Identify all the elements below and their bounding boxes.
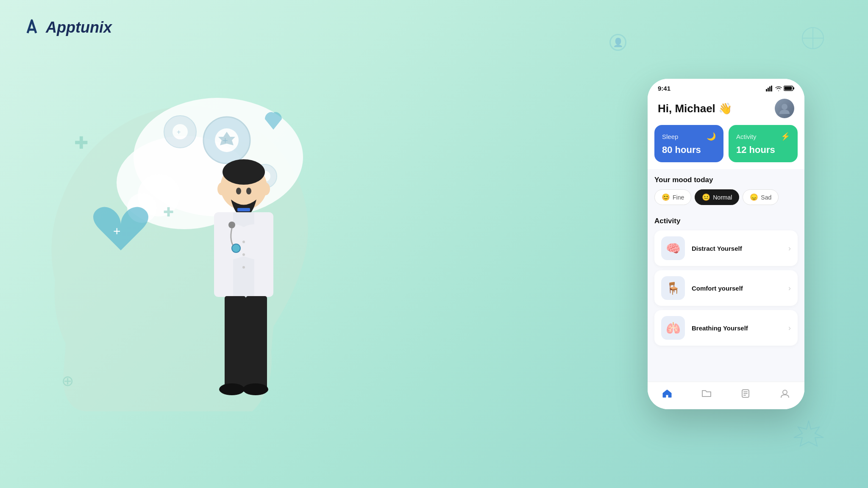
- svg-text:⊕: ⊕: [61, 372, 74, 389]
- activity-card-breathing[interactable]: 🫁 Breathing Yourself ›: [654, 310, 798, 346]
- logo-icon: [21, 17, 42, 38]
- status-bar: 9:41: [648, 79, 804, 95]
- svg-point-17: [223, 159, 265, 185]
- folder-icon: [701, 389, 712, 401]
- nav-home[interactable]: [648, 387, 687, 402]
- activity-icon: ⚡: [781, 132, 790, 141]
- svg-text:+: +: [223, 135, 228, 146]
- svg-rect-40: [771, 86, 772, 92]
- svg-rect-38: [768, 88, 769, 92]
- activity-value: 12 hours: [736, 144, 775, 155]
- svg-point-32: [242, 253, 245, 256]
- breathing-arrow: ›: [788, 324, 791, 333]
- svg-point-31: [242, 241, 245, 243]
- svg-rect-39: [769, 86, 771, 92]
- svg-rect-22: [237, 208, 250, 211]
- mood-chip-fine[interactable]: 😊 Fine: [654, 189, 691, 205]
- stats-row: Sleep 🌙 80 hours Activity ⚡ 12 hours: [648, 125, 804, 169]
- avatar[interactable]: [775, 99, 794, 118]
- home-icon: [662, 389, 672, 401]
- distract-arrow: ›: [788, 244, 791, 253]
- comfort-arrow: ›: [788, 284, 791, 293]
- activity-section: Activity 🧠 Distract Yourself › 🪑 Comfort…: [648, 210, 804, 382]
- breathing-icon-wrap: 🫁: [661, 316, 685, 340]
- svg-text:✚: ✚: [74, 133, 89, 152]
- profile-icon: [780, 389, 790, 401]
- comfort-icon: 🪑: [666, 281, 681, 295]
- svg-text:+: +: [113, 224, 121, 238]
- activity-card-header: Activity ⚡: [736, 132, 790, 141]
- phone-mockup: 9:41: [648, 79, 804, 409]
- nav-tasks[interactable]: [726, 387, 765, 402]
- sleep-label: Sleep: [662, 133, 678, 140]
- status-icons: [766, 86, 794, 92]
- phone-header: Hi, Michael 👋: [648, 95, 804, 125]
- svg-point-33: [242, 266, 245, 269]
- svg-point-29: [243, 383, 268, 395]
- fine-emoji: 😊: [662, 193, 670, 201]
- mood-chip-sad[interactable]: 😞 Sad: [743, 189, 779, 205]
- right-deco-top: [800, 25, 826, 53]
- svg-point-28: [219, 383, 245, 395]
- sleep-card[interactable]: Sleep 🌙 80 hours: [654, 125, 723, 162]
- battery-icon: [784, 86, 794, 91]
- sleep-value: 80 hours: [662, 144, 701, 155]
- greeting-text: Hi, Michael 👋: [658, 102, 732, 115]
- svg-rect-37: [766, 89, 767, 92]
- logo: Apptunix: [21, 17, 112, 38]
- fine-label: Fine: [673, 194, 684, 201]
- svg-text:+: +: [177, 128, 181, 136]
- svg-point-19: [262, 183, 270, 195]
- activity-label: Activity: [736, 133, 757, 140]
- svg-point-18: [217, 183, 226, 195]
- activity-card-comfort[interactable]: 🪑 Comfort yourself ›: [654, 270, 798, 306]
- comfort-label: Comfort yourself: [692, 285, 743, 292]
- distract-icon-wrap: 🧠: [661, 236, 685, 260]
- distract-icon: 🧠: [666, 241, 681, 255]
- status-time: 9:41: [658, 85, 670, 92]
- right-deco-bottom: [792, 419, 826, 454]
- comfort-icon-wrap: 🪑: [661, 276, 685, 300]
- svg-point-25: [228, 222, 235, 228]
- right-decoration-top: 👤: [609, 34, 626, 51]
- svg-rect-27: [246, 296, 267, 389]
- mood-options-row: 😊 Fine 😐 Normal 😞 Sad: [654, 189, 798, 205]
- logo-text: Apptunix: [46, 19, 112, 36]
- activity-section-title: Activity: [654, 217, 798, 225]
- svg-rect-42: [793, 87, 794, 89]
- activity-card[interactable]: Activity ⚡ 12 hours: [729, 125, 798, 162]
- mood-chip-normal[interactable]: 😐 Normal: [695, 189, 739, 205]
- tasks-icon: [741, 389, 750, 401]
- svg-point-21: [246, 188, 251, 194]
- avatar-icon: [778, 102, 791, 115]
- distract-label: Distract Yourself: [692, 245, 742, 252]
- illustration-area: + + + ✚ ✚ ⊕: [0, 0, 369, 488]
- svg-text:✚: ✚: [163, 205, 174, 219]
- svg-point-44: [782, 104, 787, 110]
- normal-label: Normal: [713, 194, 732, 201]
- normal-emoji: 😐: [702, 193, 710, 201]
- phone-screen: 9:41: [648, 79, 804, 409]
- mood-section: Your mood today 😊 Fine 😐 Normal 😞 Sad: [648, 169, 804, 210]
- svg-point-49: [783, 390, 787, 394]
- svg-point-30: [232, 244, 240, 252]
- mood-title: Your mood today: [654, 176, 798, 184]
- breathing-label: Breathing Yourself: [692, 324, 748, 332]
- sad-emoji: 😞: [750, 193, 758, 201]
- activity-card-distract[interactable]: 🧠 Distract Yourself ›: [654, 230, 798, 266]
- svg-rect-26: [225, 296, 246, 389]
- sleep-card-header: Sleep 🌙: [662, 132, 716, 141]
- bottom-nav: [648, 382, 804, 409]
- nav-folder[interactable]: [687, 387, 726, 402]
- svg-rect-43: [785, 87, 792, 90]
- svg-point-20: [236, 188, 241, 194]
- signal-icon: [766, 86, 773, 92]
- head-illustration: + + + ✚ ✚ ⊕: [36, 64, 333, 424]
- sad-label: Sad: [761, 194, 771, 201]
- wifi-icon: [775, 86, 782, 91]
- sleep-icon: 🌙: [707, 132, 716, 141]
- nav-profile[interactable]: [765, 387, 805, 402]
- breathing-icon: 🫁: [666, 321, 681, 335]
